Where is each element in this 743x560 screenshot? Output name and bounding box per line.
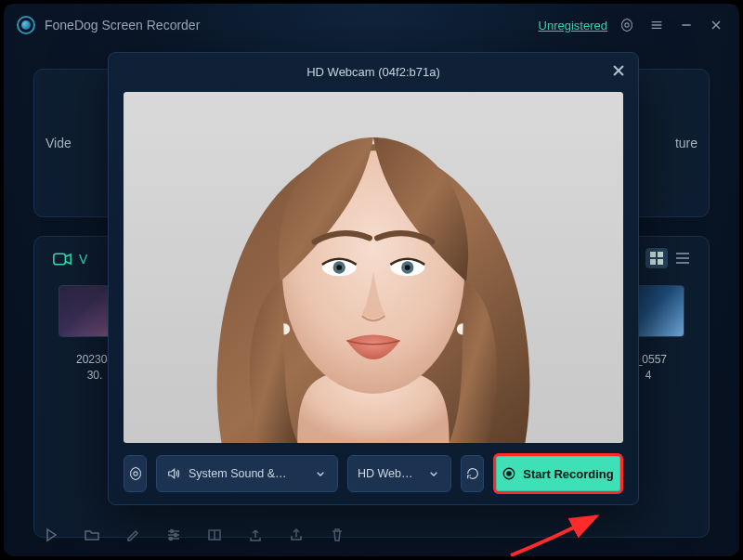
settings-gear-icon[interactable] [617, 15, 637, 35]
svg-marker-0 [622, 19, 632, 31]
gallery-view-switch [645, 248, 694, 268]
chevron-down-icon [426, 466, 441, 481]
adjust-icon[interactable] [165, 527, 182, 543]
gallery-tab-label: V [79, 252, 87, 267]
svg-rect-8 [54, 254, 66, 265]
svg-point-39 [506, 471, 512, 476]
svg-rect-11 [650, 259, 656, 265]
svg-rect-10 [658, 252, 663, 257]
svg-marker-36 [130, 467, 140, 479]
svg-point-21 [170, 538, 173, 540]
trash-icon[interactable] [329, 527, 345, 543]
share-icon[interactable] [288, 527, 305, 543]
sound-dropdown-label: System Sound &… [189, 467, 287, 480]
svg-point-1 [625, 23, 629, 27]
svg-rect-9 [650, 252, 656, 257]
modal-controls: System Sound &… HD Web… Start Recording [109, 443, 638, 504]
bottom-toolbar [43, 527, 345, 543]
refresh-button[interactable] [461, 455, 484, 492]
menu-icon[interactable] [646, 15, 667, 35]
svg-point-19 [171, 530, 174, 533]
right-pane-label: ture [675, 136, 697, 150]
left-pane-label: Vide [46, 136, 72, 150]
svg-point-32 [336, 265, 342, 270]
camera-dropdown[interactable]: HD Web… [347, 455, 451, 492]
modal-header: HD Webcam (04f2:b71a) [109, 53, 638, 90]
compress-icon[interactable] [206, 527, 223, 543]
start-recording-button[interactable]: Start Recording [493, 453, 623, 494]
list-view-icon[interactable] [671, 248, 694, 268]
webcam-modal: HD Webcam (04f2:b71a) [108, 52, 639, 505]
app-logo-icon [17, 16, 35, 34]
modal-settings-button[interactable] [124, 455, 147, 492]
svg-point-37 [133, 472, 137, 475]
start-recording-label: Start Recording [523, 467, 614, 481]
close-icon[interactable] [706, 15, 726, 35]
unregistered-link[interactable]: Unregistered [539, 19, 607, 33]
minimize-icon[interactable] [676, 15, 697, 35]
record-icon [502, 467, 515, 480]
modal-title: HD Webcam (04f2:b71a) [306, 65, 440, 79]
app-window: FoneDog Screen Recorder Unregistered Vid… [4, 4, 739, 556]
folder-icon[interactable] [84, 527, 100, 543]
chevron-down-icon [313, 466, 328, 481]
webcam-preview [124, 92, 623, 443]
svg-rect-12 [658, 259, 663, 265]
rename-icon[interactable] [124, 527, 141, 543]
svg-point-20 [175, 534, 177, 537]
camera-dropdown-label: HD Web… [358, 467, 413, 480]
sound-source-dropdown[interactable]: System Sound &… [156, 455, 338, 492]
title-bar: FoneDog Screen Recorder Unregistered [4, 4, 739, 46]
play-icon[interactable] [43, 527, 59, 543]
grid-view-icon[interactable] [645, 248, 668, 268]
svg-point-33 [405, 265, 411, 270]
app-title: FoneDog Screen Recorder [45, 18, 200, 33]
modal-close-icon[interactable] [610, 62, 627, 79]
speaker-icon [166, 466, 181, 481]
export-icon[interactable] [247, 527, 264, 543]
